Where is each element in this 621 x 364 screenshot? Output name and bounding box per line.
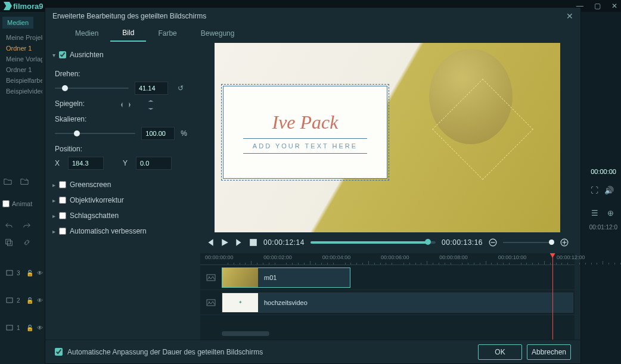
- play-icon[interactable]: [221, 238, 229, 247]
- preview-canvas[interactable]: Ive Pack ADD YOUR TEXT HERE: [215, 43, 560, 232]
- ok-button[interactable]: OK: [478, 344, 522, 360]
- objektiv-checkbox[interactable]: [59, 197, 66, 204]
- bg-media-sidebar: Medien Meine ProjekOrdner 1Meine VorlagO…: [0, 12, 45, 364]
- prev-frame-icon[interactable]: [206, 238, 215, 247]
- lock-icon[interactable]: 🔓: [26, 325, 33, 331]
- section-objektiv[interactable]: ▸ Objektivkorrektur: [48, 192, 194, 208]
- eye-icon[interactable]: 👁: [37, 297, 43, 304]
- cancel-button[interactable]: Abbrechen: [527, 344, 571, 360]
- ruler-tick: 00:00:06:00: [381, 254, 409, 260]
- zoom-target-icon[interactable]: ⊕: [607, 209, 614, 217]
- ruler-tick: 00:00:02:00: [263, 254, 292, 260]
- animation-checkbox[interactable]: [2, 200, 10, 207]
- rotate-input[interactable]: [135, 82, 168, 95]
- svg-rect-3: [7, 298, 13, 303]
- seek-slider[interactable]: [310, 241, 436, 244]
- timeline-track[interactable]: ✦hochzeitsvideo: [200, 290, 575, 315]
- scale-unit: %: [181, 129, 187, 138]
- svg-rect-0: [6, 239, 11, 244]
- greenscreen-label: Greenscreen: [70, 181, 111, 189]
- dialog-titlebar: Erweiterte Bearbeitung des geteilten Bil…: [45, 8, 580, 24]
- dialog-tab[interactable]: Bewegung: [189, 26, 247, 41]
- dialog-tabs: MedienBildFarbeBewegung: [45, 24, 580, 42]
- rotate-label: Drehen:: [55, 70, 187, 78]
- zoom-in-icon[interactable]: [560, 238, 569, 247]
- pos-x-label: X: [55, 159, 63, 167]
- auto-enhance-checkbox[interactable]: [59, 228, 66, 235]
- fullscreen-icon[interactable]: ⛶: [591, 186, 598, 195]
- undo-icon[interactable]: [5, 222, 13, 230]
- next-frame-icon[interactable]: [235, 238, 243, 247]
- image-settings-panel: ▾ Ausrichten Drehen: ↺ Spiegeln:: [45, 42, 200, 340]
- dialog-tab[interactable]: Medien: [63, 26, 110, 41]
- bg-sidebar-item[interactable]: Beispielvideo: [2, 86, 42, 97]
- current-time: 00:00:12:14: [263, 238, 305, 247]
- greenscreen-checkbox[interactable]: [59, 181, 66, 188]
- playhead[interactable]: [552, 253, 553, 340]
- section-auto-enhance[interactable]: ▸ Automatisch verbessern: [48, 223, 194, 239]
- bg-sidebar-item[interactable]: Meine Vorlag: [2, 54, 42, 64]
- bg-timecode: 00:00:00: [591, 168, 616, 175]
- window-maximize-icon[interactable]: ▢: [594, 2, 601, 10]
- playback-bar: 00:00:12:14 00:00:13:16: [200, 233, 575, 252]
- eye-icon[interactable]: 👁: [37, 325, 43, 331]
- timeline-clip[interactable]: ✦hochzeitsvideo: [222, 293, 573, 313]
- chevron-right-icon: ▸: [52, 228, 55, 235]
- bg-sidebar-item[interactable]: Ordner 1: [2, 64, 42, 75]
- bg-sidebar-item[interactable]: Meine Projek: [2, 32, 42, 43]
- scale-label: Skalieren:: [55, 115, 187, 123]
- rotate-slider[interactable]: [55, 88, 129, 89]
- timeline-clip[interactable]: m01: [222, 267, 350, 288]
- bg-sidebar-tab[interactable]: Medien: [2, 17, 33, 29]
- section-ausrichten-header[interactable]: ▾ Ausrichten: [48, 47, 194, 63]
- bg-sidebar-item[interactable]: Ordner 1: [2, 43, 42, 54]
- mini-timeline: 00:00:00:0000:00:02:0000:00:04:0000:00:0…: [200, 253, 575, 340]
- ausrichten-checkbox[interactable]: [59, 51, 66, 58]
- redo-icon[interactable]: [23, 222, 31, 230]
- volume-icon[interactable]: 🔊: [604, 186, 614, 195]
- rotate-reset-icon[interactable]: ↺: [174, 82, 187, 95]
- ruler-tick: 00:00:12:00: [557, 254, 585, 260]
- track-type-icon: [200, 273, 222, 282]
- selection-outline: [221, 84, 389, 181]
- lock-icon[interactable]: 🔓: [26, 270, 33, 276]
- bg-track-label: 3 🔓 👁: [0, 269, 43, 276]
- position-label: Position:: [55, 145, 187, 153]
- flip-horizontal-icon[interactable]: [120, 99, 131, 110]
- bg-track-label: 1 🔓 👁: [0, 324, 43, 331]
- title-card[interactable]: Ive Pack ADD YOUR TEXT HERE: [223, 86, 387, 179]
- dialog-close-button[interactable]: ✕: [566, 11, 573, 21]
- link-icon[interactable]: [23, 238, 31, 247]
- eye-icon[interactable]: 👁: [37, 270, 43, 276]
- zoom-slider[interactable]: [503, 242, 554, 243]
- ausrichten-label: Ausrichten: [70, 51, 104, 59]
- scale-input[interactable]: [141, 127, 175, 140]
- stop-icon[interactable]: [249, 238, 257, 247]
- folder-remove-icon[interactable]: [20, 178, 29, 186]
- svg-rect-5: [250, 239, 257, 246]
- lock-icon[interactable]: 🔓: [26, 297, 33, 304]
- list-icon[interactable]: ☰: [591, 209, 598, 217]
- timeline-scrollbar[interactable]: [222, 331, 269, 336]
- window-close-icon[interactable]: ✕: [611, 2, 617, 10]
- timeline-track[interactable]: m01: [200, 265, 575, 290]
- pos-x-input[interactable]: [68, 157, 104, 170]
- folder-add-icon[interactable]: [4, 178, 12, 186]
- chevron-down-icon: ▾: [52, 52, 55, 58]
- auto-enhance-label: Automatisch verbessern: [70, 227, 147, 235]
- scale-slider[interactable]: [55, 133, 135, 134]
- copy-icon[interactable]: [5, 238, 13, 247]
- dialog-tab[interactable]: Bild: [110, 25, 146, 42]
- bg-sidebar-item[interactable]: Beispielfarbe: [2, 75, 42, 86]
- chevron-right-icon: ▸: [52, 197, 55, 204]
- auto-duration-checkbox[interactable]: [55, 348, 63, 356]
- timeline-ruler[interactable]: 00:00:00:0000:00:02:0000:00:04:0000:00:0…: [200, 253, 575, 265]
- flip-vertical-icon[interactable]: [145, 99, 156, 110]
- clip-label: m01: [258, 274, 282, 281]
- dialog-tab[interactable]: Farbe: [146, 26, 188, 41]
- section-schatten[interactable]: ▸ Schlagschatten: [48, 208, 194, 223]
- pos-y-input[interactable]: [136, 157, 172, 170]
- schatten-checkbox[interactable]: [59, 212, 66, 219]
- zoom-out-icon[interactable]: [489, 238, 497, 247]
- section-greenscreen[interactable]: ▸ Greenscreen: [48, 177, 194, 192]
